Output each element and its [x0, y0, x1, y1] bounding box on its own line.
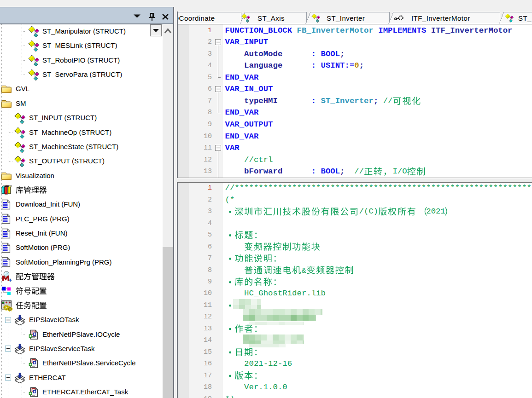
svg-text:&: &	[302, 267, 306, 275]
